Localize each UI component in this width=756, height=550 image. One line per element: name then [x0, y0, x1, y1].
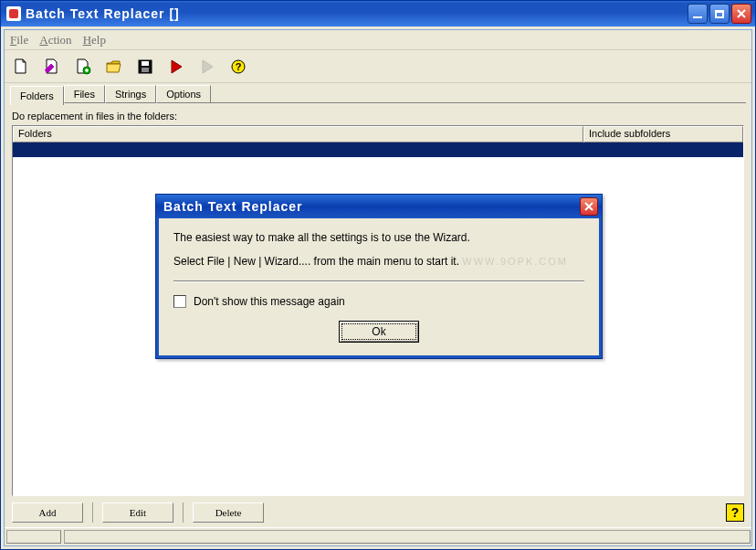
menubar: File Action Help	[5, 30, 751, 50]
app-icon	[6, 6, 21, 21]
dialog-title: Batch Text Replacer	[163, 199, 580, 214]
wizard-hint-dialog: Batch Text Replacer The easiest way to m…	[155, 194, 603, 359]
col-folders[interactable]: Folders	[13, 126, 583, 143]
edit-button[interactable]: Edit	[102, 502, 173, 523]
dialog-text-line1: The easiest way to make all the settings…	[173, 231, 584, 244]
run-icon[interactable]	[167, 58, 185, 76]
col-include-subfolders[interactable]: Include subfolders	[583, 126, 743, 143]
watermark-text: WWW.9OPK.COM	[462, 256, 568, 267]
menu-help[interactable]: Help	[83, 33, 106, 48]
edit-file-icon[interactable]	[43, 58, 61, 76]
help-icon[interactable]: ?	[229, 58, 247, 76]
grid-header: Folders Include subfolders	[13, 126, 743, 143]
titlebar: Batch Text Replacer []	[1, 1, 755, 26]
dont-show-label: Don't show this message again	[194, 295, 345, 308]
svg-rect-2	[142, 61, 149, 66]
dialog-text-line2: Select File | New | Wizard.... from the …	[173, 255, 584, 268]
tab-files[interactable]: Files	[64, 85, 105, 103]
statusbar	[5, 527, 751, 545]
menu-file[interactable]: File	[10, 33, 28, 48]
menu-action[interactable]: Action	[39, 33, 71, 48]
table-row[interactable]	[13, 143, 743, 157]
close-button[interactable]	[731, 4, 751, 24]
svg-rect-3	[142, 68, 149, 72]
dont-show-checkbox[interactable]	[173, 295, 186, 308]
tab-options[interactable]: Options	[156, 85, 211, 103]
tab-folders[interactable]: Folders	[10, 86, 64, 105]
minimize-button[interactable]	[688, 4, 708, 24]
ok-button[interactable]: Ok	[339, 321, 419, 343]
tab-strings[interactable]: Strings	[105, 85, 156, 103]
dialog-titlebar: Batch Text Replacer	[156, 195, 602, 218]
tabs: Folders Files Strings Options	[5, 83, 751, 105]
run-step-icon	[198, 58, 216, 76]
maximize-button[interactable]	[709, 4, 730, 24]
window-title: Batch Text Replacer []	[26, 6, 686, 21]
status-pane-1	[6, 530, 61, 544]
open-folder-icon[interactable]	[105, 58, 123, 76]
button-row: Add Edit Delete ?	[12, 496, 744, 524]
context-help-icon[interactable]: ?	[726, 503, 744, 522]
save-icon[interactable]	[136, 58, 154, 76]
new-folder-icon[interactable]	[74, 58, 92, 76]
new-file-icon[interactable]	[12, 58, 30, 76]
instruction-text: Do replacement in files in the folders:	[12, 111, 744, 122]
delete-button[interactable]: Delete	[193, 502, 264, 523]
toolbar: ?	[5, 50, 751, 83]
add-button[interactable]: Add	[12, 502, 83, 523]
status-pane-2	[64, 530, 751, 544]
dialog-close-button[interactable]	[580, 197, 598, 216]
